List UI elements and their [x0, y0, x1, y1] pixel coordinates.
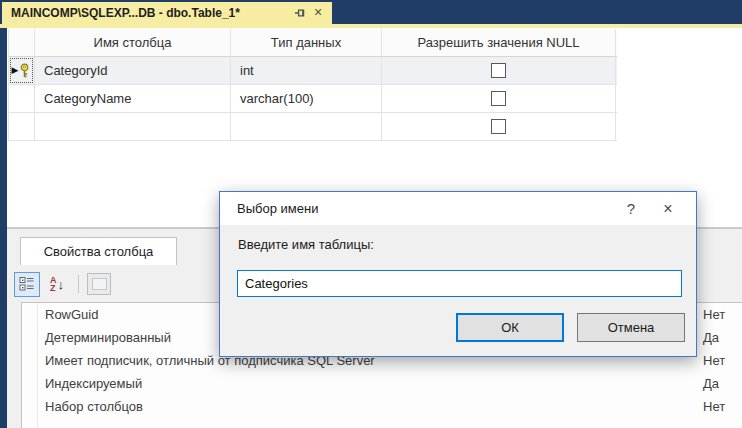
property-value: Нет [703, 307, 725, 322]
categorized-icon[interactable] [14, 272, 40, 297]
grid-row-categoryname[interactable]: CategoryName varchar(100) [9, 85, 617, 113]
dialog-close-icon[interactable]: × [646, 200, 690, 218]
cell-allow-null[interactable] [382, 113, 616, 140]
primary-key-icon [18, 63, 31, 79]
property-value: Нет [703, 399, 725, 414]
property-label: Индексируемый [45, 376, 142, 391]
property-label: Детерминированный [45, 330, 171, 345]
window-left-edge [0, 28, 7, 428]
columns-grid: Имя столбца Тип данных Разрешить значени… [8, 29, 617, 141]
grid-header-row: Имя столбца Тип данных Разрешить значени… [9, 29, 617, 57]
cell-data-type[interactable]: int [231, 57, 382, 84]
allow-null-checkbox[interactable] [491, 119, 506, 134]
ssms-window: MAINCOMP\SQLEXP...DB - dbo.Table_1* × Им… [0, 0, 742, 428]
cell-allow-null[interactable] [382, 57, 616, 84]
table-name-label: Введите имя таблицы: [238, 237, 374, 252]
current-row-arrow-icon: ▶ [12, 66, 19, 75]
pin-icon[interactable] [292, 5, 308, 21]
sort-z-glyph: Z [50, 284, 57, 292]
sort-alphabetical-icon[interactable]: AZ ↓ [44, 272, 70, 297]
dialog-title: Выбор имени [237, 201, 616, 216]
choose-name-dialog: Выбор имени ? × Введите имя таблицы: ОК … [219, 191, 697, 357]
tab-close-icon[interactable]: × [310, 5, 326, 21]
table-name-input[interactable] [237, 270, 682, 297]
row-selector[interactable] [9, 85, 35, 112]
cell-data-type[interactable] [231, 113, 382, 140]
cell-data-type[interactable]: varchar(100) [231, 85, 382, 112]
row-selector-header [9, 29, 35, 56]
property-pages-icon[interactable] [87, 273, 111, 295]
property-value: Да [703, 330, 719, 345]
row-selector-focus: ▶ [9, 57, 34, 84]
cell-column-name[interactable]: CategoryId [35, 57, 231, 84]
column-name-header[interactable]: Имя столбца [35, 29, 231, 56]
cell-column-name[interactable]: CategoryName [35, 85, 231, 112]
grid-row-empty[interactable] [9, 113, 617, 141]
document-tab-bar: MAINCOMP\SQLEXP...DB - dbo.Table_1* × [0, 0, 742, 24]
allow-null-checkbox[interactable] [491, 91, 506, 106]
data-type-header[interactable]: Тип данных [231, 29, 382, 56]
help-icon[interactable]: ? [616, 200, 646, 217]
allow-null-checkbox[interactable] [491, 63, 506, 78]
cell-column-name[interactable] [35, 113, 231, 140]
grid-row-categoryid[interactable]: ▶ CategoryId int [9, 57, 617, 85]
property-row[interactable]: Набор столбцов Нет [22, 395, 742, 418]
row-selector[interactable] [9, 113, 35, 140]
allow-null-header[interactable]: Разрешить значения NULL [382, 29, 616, 56]
ok-button[interactable]: ОК [456, 313, 564, 342]
property-row[interactable]: Индексируемый Да [22, 372, 742, 395]
property-label: RowGuid [45, 307, 98, 322]
toolbar-separator [78, 275, 79, 293]
document-tab[interactable]: MAINCOMP\SQLEXP...DB - dbo.Table_1* × [2, 2, 332, 24]
cell-allow-null[interactable] [382, 85, 616, 112]
properties-toolbar: AZ ↓ [14, 271, 111, 297]
sort-arrow-glyph: ↓ [58, 278, 65, 291]
tab-column-properties[interactable]: Свойства столбца [20, 237, 177, 265]
dialog-titlebar[interactable]: Выбор имени ? × [220, 192, 696, 225]
property-label: Набор столбцов [45, 399, 143, 414]
property-value: Нет [703, 353, 725, 368]
cancel-button[interactable]: Отмена [577, 313, 685, 342]
row-selector[interactable]: ▶ [9, 57, 35, 84]
property-value: Да [703, 376, 719, 391]
document-tab-title: MAINCOMP\SQLEXP...DB - dbo.Table_1* [11, 6, 290, 20]
